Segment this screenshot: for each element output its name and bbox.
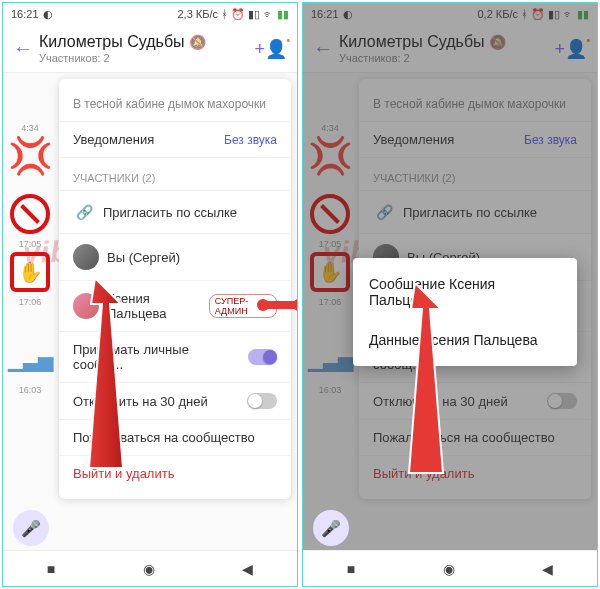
avatar <box>73 244 99 270</box>
leave-row[interactable]: Выйти и удалить <box>59 455 291 491</box>
time-label: 17:06 <box>19 297 42 307</box>
time-label: 4:34 <box>21 123 39 133</box>
nav-recent-icon[interactable]: ■ <box>47 561 55 577</box>
member-you-row[interactable]: Вы (Сергей) <box>59 233 291 280</box>
nav-back-icon[interactable]: ◀ <box>542 561 553 577</box>
pm-row[interactable]: Принимать личные сообщ... <box>59 331 291 382</box>
chat-strip: 4:34 💢 17:05 ✋17:06 ▁▃▅16:03 <box>3 73 57 383</box>
chat-title: Километры Судьбы <box>39 32 185 51</box>
notifications-value: Без звука <box>224 133 277 147</box>
back-icon[interactable]: ← <box>13 37 39 60</box>
pm-toggle[interactable] <box>248 349 277 365</box>
nav-recent-icon[interactable]: ■ <box>347 561 355 577</box>
nav-back-icon[interactable]: ◀ <box>242 561 253 577</box>
popup-message[interactable]: Сообщение Ксения Пальцева <box>353 264 577 320</box>
mic-button[interactable]: 🎤 <box>13 510 49 546</box>
chat-item[interactable]: 4:34 <box>7 75 53 121</box>
participants-header: УЧАСТНИКИ (2) <box>59 157 291 190</box>
avatar <box>73 293 99 319</box>
mi-icon: ◐ <box>43 8 53 21</box>
disable30-toggle[interactable] <box>247 393 277 409</box>
link-icon: 🔗 <box>73 201 95 223</box>
disable30-row[interactable]: Отключить на 30 дней <box>59 382 291 419</box>
chat-header: ← Километры Судьбы🔕 Участников: 2 +👤 <box>3 25 297 73</box>
statusbar: 16:21◐ 2,3 КБ/с ᚼ ⏰ ▮▯ ᯤ ▮▮ <box>3 3 297 25</box>
phone-right: 16:21◐ 0,2 КБ/с ᚼ ⏰ ▮▯ ᯤ ▮▮ ← Километры … <box>302 2 598 587</box>
mic-icon: 🎤 <box>21 519 41 538</box>
nav-home-icon[interactable]: ◉ <box>143 561 155 577</box>
context-popup: Сообщение Ксения Пальцева Данные Ксения … <box>353 258 577 366</box>
noentry-icon <box>10 194 50 234</box>
member-you: Вы (Сергей) <box>107 250 180 265</box>
bars-icon: ▁▃▅ <box>8 348 53 372</box>
invite-label: Пригласить по ссылке <box>103 205 237 220</box>
bluetooth-icon: ᚼ <box>221 8 228 20</box>
info-panel: В тесной кабине дымок махорочки Уведомле… <box>59 79 291 499</box>
notifications-label: Уведомления <box>73 132 154 147</box>
mic-button[interactable]: 🎤 <box>313 510 349 546</box>
wifi-icon: ᯤ <box>263 8 274 20</box>
alarm-icon: ⏰ <box>231 8 245 21</box>
member-kseniya: Ксения Пальцева <box>107 291 197 321</box>
connector-dots <box>261 298 298 312</box>
angry-icon[interactable]: 💢 <box>7 133 53 179</box>
notifications-row[interactable]: Уведомления Без звука <box>59 121 291 157</box>
muted-icon: 🔕 <box>189 34 206 51</box>
snippet-row: В тесной кабине дымок махорочки <box>59 87 291 121</box>
add-member-icon[interactable]: +👤 <box>254 38 287 60</box>
android-navbar: ■ ◉ ◀ <box>303 550 597 586</box>
popup-info[interactable]: Данные Ксения Пальцева <box>353 320 577 360</box>
net-speed: 2,3 КБ/с <box>177 8 218 20</box>
chat-item-2[interactable]: 17:05 <box>7 191 53 237</box>
status-time: 16:21 <box>11 8 39 20</box>
signal-icon: ▮▯ <box>248 8 260 21</box>
pm-label: Принимать личные сообщ... <box>73 342 240 372</box>
chat-item-4[interactable]: ▁▃▅16:03 <box>7 337 53 383</box>
invite-row[interactable]: 🔗 Пригласить по ссылке <box>59 190 291 233</box>
time-label: 16:03 <box>19 385 42 395</box>
mic-icon: 🎤 <box>321 519 341 538</box>
report-row[interactable]: Пожаловаться на сообщество <box>59 419 291 455</box>
battery-icon: ▮▮ <box>277 8 289 21</box>
nav-home-icon[interactable]: ◉ <box>443 561 455 577</box>
android-navbar: ■ ◉ ◀ <box>3 550 297 586</box>
disable30-label: Отключить на 30 дней <box>73 394 208 409</box>
chat-subtitle: Участников: 2 <box>39 52 254 65</box>
phone-left: 16:21◐ 2,3 КБ/с ᚼ ⏰ ▮▯ ᯤ ▮▮ ← Километры … <box>2 2 298 587</box>
